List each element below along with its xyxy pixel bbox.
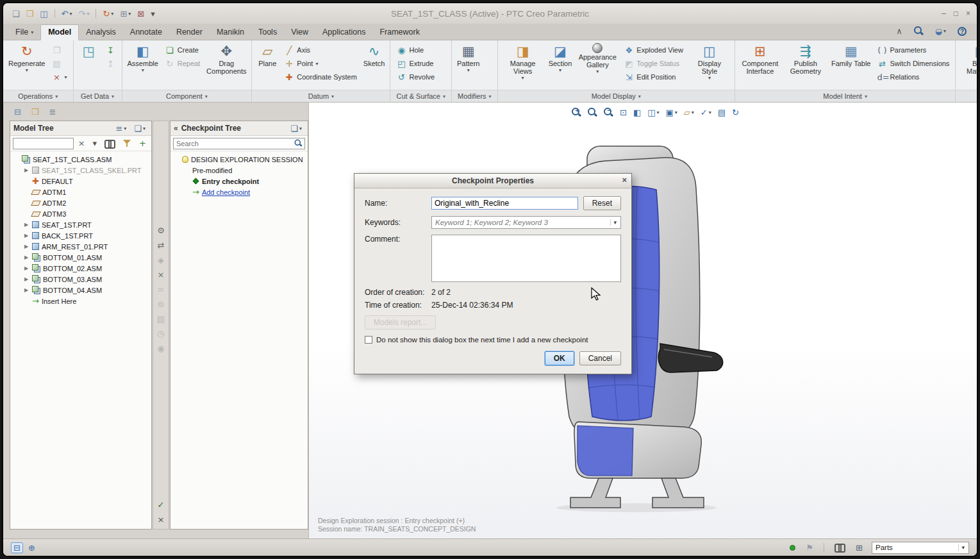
dialog-close-icon[interactable]: ×: [622, 176, 627, 184]
expand-arrow-icon[interactable]: ▶: [23, 244, 29, 249]
model-tree-search-clear-x-button[interactable]: ×: [76, 138, 88, 149]
statusbar-status-dot-button[interactable]: [787, 544, 798, 552]
reset-button[interactable]: Reset: [583, 196, 621, 210]
model-tree-item-bottom-04-asm[interactable]: ▶BOTTOM_04.ASM: [10, 285, 151, 296]
model-tree-item-insert-here[interactable]: →Insert Here: [10, 296, 151, 306]
graphics-annotation-display-button[interactable]: ✓▾: [698, 106, 714, 119]
qat-save-button[interactable]: ◫: [37, 8, 50, 19]
model-tree-item-adtm1[interactable]: ADTM1: [10, 187, 151, 197]
ribbon-button-assemble[interactable]: ◧Assemble▾: [126, 42, 160, 74]
ribbon-button-receive[interactable]: ↧: [103, 44, 119, 56]
model-tree-search-find-binoculars-button[interactable]: [102, 138, 118, 149]
comment-textarea[interactable]: [431, 235, 621, 282]
expand-arrow-icon[interactable]: ▶: [23, 287, 29, 293]
ribbon-button-publish-geometry[interactable]: ⇶Publish Geometry: [784, 42, 827, 76]
vt-gear-button[interactable]: ⚙: [154, 225, 167, 236]
vt-dismiss-button[interactable]: ×: [155, 514, 167, 525]
ribbon-button-hole[interactable]: ◉Hole: [394, 44, 437, 56]
qat-regenerate-small-button[interactable]: ↻▾: [100, 8, 116, 19]
ribbon-button-extrude[interactable]: ◰Extrude: [394, 57, 437, 70]
chevron-down-icon[interactable]: ▾: [610, 219, 619, 226]
model-tree-item-bottom-01-asm[interactable]: ▶BOTTOM_01.ASM: [10, 252, 151, 263]
vt-close-button[interactable]: ×: [155, 269, 167, 280]
ribbon-group-caption-component[interactable]: Component▾: [122, 90, 252, 102]
ribbon-button-switch-dimensions[interactable]: ⇄Switch Dimensions: [874, 57, 952, 70]
model-tree-item-adtm3[interactable]: ADTM3: [10, 208, 151, 219]
tab-annotate[interactable]: Annotate: [123, 25, 169, 40]
keywords-combobox[interactable]: Keyword 1; Keyword 2; Keyword 3 ▾: [431, 216, 621, 229]
tab-tools[interactable]: Tools: [251, 25, 284, 40]
graphics-area[interactable]: +−⊡◧◫▾▣▾▱▾✓▾▤↻: [308, 103, 977, 538]
model-tree-item-bottom-03-asm[interactable]: ▶BOTTOM_03.ASM: [10, 274, 151, 285]
vt-compare-button[interactable]: ◈: [155, 254, 167, 265]
ribbon-button-copy[interactable]: ❐: [49, 44, 70, 56]
ribbon-button-edit-position[interactable]: ⇲Edit Position: [621, 71, 686, 83]
tab-framework[interactable]: Framework: [372, 25, 427, 40]
utility-collapse-ribbon-button[interactable]: ∧: [893, 26, 905, 37]
statusbar-browser-globe-button[interactable]: ⊕: [26, 542, 38, 553]
qat-customize-button[interactable]: ▾: [148, 8, 158, 19]
expand-arrow-icon[interactable]: ▶: [23, 276, 29, 282]
ribbon-button-parameters[interactable]: ( )Parameters: [874, 44, 952, 56]
graphics-refit-button[interactable]: ⊡: [617, 106, 629, 119]
tab-model[interactable]: Model: [40, 24, 79, 40]
model-tree-search-input[interactable]: [15, 139, 72, 148]
tab-view[interactable]: View: [284, 25, 315, 40]
ribbon-button-sketch[interactable]: ∿Sketch: [361, 42, 387, 68]
ribbon-button-plane[interactable]: ▱Plane: [255, 42, 279, 68]
ribbon-button-appearance-gallery[interactable]: Appearance Gallery▾: [576, 42, 619, 75]
vt-swap-button[interactable]: ⇄: [155, 240, 167, 251]
ribbon-button-manage-views[interactable]: ◨Manage Views▾: [501, 42, 545, 81]
expand-arrow-icon[interactable]: ▶: [23, 167, 29, 173]
chevron-down-icon[interactable]: ▾: [958, 544, 967, 551]
tab-manikin[interactable]: Manikin: [210, 25, 251, 40]
qat-windows-button[interactable]: ⊞▾: [117, 8, 133, 19]
vt-history-button[interactable]: ◷: [154, 328, 167, 339]
restore-button[interactable]: □: [954, 9, 958, 18]
ribbon-button-component-interface[interactable]: ⊞Component Interface: [738, 42, 782, 76]
close-button[interactable]: ×: [966, 9, 970, 18]
selection-filter-combobox[interactable]: Parts ▾: [872, 542, 969, 554]
ribbon-button-display-style[interactable]: ◫Display Style▾: [688, 42, 731, 81]
ribbon-button-repeat[interactable]: ↻Repeat: [162, 57, 203, 70]
graphics-spin-center-button[interactable]: ↻: [729, 106, 742, 119]
checkpoint-name-input[interactable]: [431, 197, 578, 210]
graphics-saved-views-button[interactable]: ▣▾: [663, 106, 680, 119]
tab-applications[interactable]: Applications: [315, 25, 372, 40]
qat-close-window-button[interactable]: ⊠: [135, 8, 147, 19]
ribbon-button-revolve[interactable]: ↺Revolve: [394, 71, 437, 83]
models-report-button[interactable]: Models report...: [365, 315, 436, 330]
ribbon-button-get-data[interactable]: ◳: [77, 42, 101, 68]
expand-arrow-icon[interactable]: ▶: [23, 233, 29, 238]
ribbon-button-family-table[interactable]: ▦Family Table: [829, 42, 873, 68]
qat-new-file-button[interactable]: ❏: [10, 8, 22, 19]
model-tree-search-add-plus-button[interactable]: +: [137, 138, 149, 149]
model-tree-item-adtm2[interactable]: ADTM2: [10, 197, 151, 208]
graphics-zoom-dynamic-button[interactable]: [585, 106, 600, 119]
ribbon-button-point[interactable]: ✛Point▾: [281, 57, 360, 70]
vt-pin-button[interactable]: ◉: [154, 343, 167, 354]
ribbon-button-pattern[interactable]: ▦Pattern▾: [455, 42, 481, 74]
ribbon-button-section[interactable]: ◪Section▾: [547, 42, 574, 74]
expand-arrow-icon[interactable]: ▶: [23, 265, 29, 271]
ribbon-button-exploded-view[interactable]: ❖Exploded View: [621, 44, 686, 56]
ribbon-button-paste[interactable]: ▤: [49, 57, 70, 70]
model-tree-panel-menu-button[interactable]: ❏▾: [131, 123, 148, 134]
model-tree-item-bottom-02-asm[interactable]: ▶BOTTOM_02.ASM: [10, 263, 151, 274]
model-tree-item-seat-1st-class-skel-prt[interactable]: ▶SEAT_1ST_CLASS_SKEL.PRT: [10, 165, 151, 176]
tab-analysis[interactable]: Analysis: [79, 25, 123, 40]
ribbon-group-caption-get-data[interactable]: Get Data▾: [74, 90, 122, 102]
tab-file[interactable]: File▾: [8, 25, 40, 40]
ribbon-button-toggle-status[interactable]: ◩Toggle Status: [621, 57, 686, 70]
qat-open-folder-button[interactable]: ❒: [24, 8, 37, 19]
graphics-display-style-view-button[interactable]: ◫▾: [645, 106, 661, 119]
ok-button[interactable]: OK: [545, 351, 574, 365]
ribbon-button-create[interactable]: ❏Create: [162, 44, 203, 56]
ribbon-group-caption-model-display[interactable]: Model Display▾: [498, 90, 735, 102]
vt-table-button[interactable]: ▤: [154, 313, 167, 324]
ribbon-group-caption-investigate[interactable]: Investigate▾: [956, 90, 977, 102]
utility-command-search-button[interactable]: [911, 25, 926, 37]
model-tree-item-seat-1st-class-asm[interactable]: SEAT_1ST_CLASS.ASM: [10, 154, 151, 165]
tab-render[interactable]: Render: [169, 25, 210, 40]
graphics-repaint-button[interactable]: ◧: [631, 106, 644, 119]
